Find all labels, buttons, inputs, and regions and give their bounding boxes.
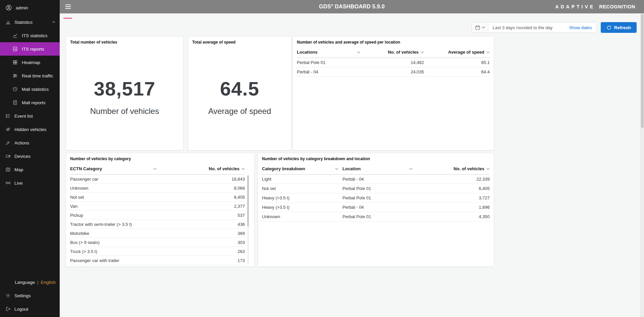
document-icon <box>12 100 18 105</box>
cell-location: Perbal Pole 01 <box>338 214 413 219</box>
language-selector[interactable]: Language | English <box>0 275 60 289</box>
cell-category: Motorbike <box>70 231 89 236</box>
table-header-row: Locations No. of vehicles Average of spe… <box>297 47 490 58</box>
refresh-button[interactable]: Refresh <box>601 22 637 33</box>
sidebar-item-label: Logout <box>14 307 28 312</box>
card-title: Number of vehicles and average of speed … <box>293 37 494 47</box>
column-header-category-breakdown[interactable]: Category breakdown <box>262 166 338 171</box>
column-header-average-speed[interactable]: Average of speed <box>424 50 490 55</box>
hamburger-menu-icon[interactable] <box>64 3 72 10</box>
sidebar-item-real-time-traffic[interactable]: Real time traffic <box>0 69 60 82</box>
calendar-icon <box>475 25 480 30</box>
list-icon <box>5 113 11 119</box>
gear-icon <box>5 293 11 298</box>
table-row: Tractor with semi-trailer (> 3.5 t)436 <box>70 220 245 229</box>
cell-category: Heavy (>3.5 t) <box>262 205 338 210</box>
cell-vehicles: 24,035 <box>360 69 424 74</box>
table-header-row: Category breakdown Location No. of vehic… <box>262 163 490 175</box>
language-separator: | <box>35 280 41 285</box>
table-row: Not set6,405 <box>70 193 245 202</box>
sidebar-item-mall-statistics[interactable]: Mall statistics <box>0 82 60 96</box>
broadcast-icon <box>5 180 11 186</box>
table-row: Pickup537 <box>70 211 245 220</box>
sidebar-item-label: Hidden vehicles <box>14 127 46 132</box>
sidebar: admin Statistics ITS statistics ITS repo… <box>0 0 60 317</box>
calendar-dropdown-button[interactable] <box>472 22 488 33</box>
main-content: Last 3 days rounded to the day Show date… <box>60 13 644 317</box>
sidebar-item-heatmap[interactable]: Heatmap <box>0 56 60 69</box>
sort-chevron-icon[interactable] <box>153 168 157 170</box>
cell-vehicles: 22,339 <box>413 177 490 182</box>
sidebar-item-logout[interactable]: Logout <box>0 302 60 316</box>
brand-recognition: RECOGNITION <box>599 4 635 9</box>
cell-category: Bus (> 9 seats) <box>70 240 100 245</box>
cell-vehicles: 4,350 <box>413 214 490 219</box>
card-average-speed: Total average of speed 64.5 Average of s… <box>188 36 291 150</box>
accent-progress-dash <box>63 18 72 19</box>
sidebar-item-devices[interactable]: Devices <box>0 149 60 163</box>
column-header-no-of-vehicles[interactable]: No. of vehicles <box>413 166 490 171</box>
sort-chevron-icon[interactable] <box>409 168 413 170</box>
sidebar-item-its-statistics[interactable]: ITS statistics <box>0 29 60 42</box>
card-title: Total number of vehicles <box>66 37 183 47</box>
cell-category: Van <box>70 204 77 209</box>
show-dates-link[interactable]: Show dates <box>565 25 596 30</box>
map-icon <box>5 167 11 172</box>
window-scrollbar <box>640 13 644 317</box>
sort-chevron-icon[interactable] <box>357 51 360 53</box>
sidebar-item-settings[interactable]: Settings <box>0 289 60 302</box>
column-header-location[interactable]: Location <box>338 166 413 171</box>
average-speed-label: Average of speed <box>208 107 271 116</box>
user-menu[interactable]: admin <box>0 0 60 15</box>
line-chart-icon <box>12 33 18 38</box>
chart-column-icon <box>5 19 11 25</box>
sort-chevron-icon[interactable] <box>335 168 338 170</box>
cell-category: Heavy (>3.5 t) <box>262 195 338 200</box>
sort-chevron-icon[interactable] <box>241 168 245 170</box>
table-row: Unknown Perbal Pole 01 4,350 <box>262 212 490 221</box>
card-total-vehicles: Total number of vehicles 38,517 Number o… <box>66 36 183 150</box>
sort-chevron-icon[interactable] <box>421 51 424 53</box>
column-header-ectn-category[interactable]: ECTN Category <box>70 166 157 171</box>
sidebar-item-hidden-vehicles[interactable]: Hidden vehicles <box>0 123 60 136</box>
card-by-category-location: Number of vehicles by category breakdown… <box>258 153 494 267</box>
cell-location: Perbál - 04 <box>338 177 413 182</box>
sidebar-item-live[interactable]: Live <box>0 176 60 190</box>
sidebar-item-label: Event list <box>14 114 33 119</box>
cell-location: Perbal Pole 01 <box>338 186 413 191</box>
sort-chevron-icon[interactable] <box>486 168 490 170</box>
table-row: Van2,377 <box>70 202 245 211</box>
column-header-no-of-vehicles[interactable]: No. of vehicles <box>360 50 424 55</box>
sidebar-item-mall-reports[interactable]: Mall reports <box>0 96 60 109</box>
camera-icon <box>5 153 11 159</box>
card-title: Number of vehicles by category breakdown… <box>258 153 494 163</box>
cell-vehicles: 2,377 <box>234 204 245 209</box>
date-range-control[interactable]: Last 3 days rounded to the day Show date… <box>472 22 597 33</box>
cell-category: Light <box>262 177 338 182</box>
per-location-table: Locations No. of vehicles Average of spe… <box>297 47 490 77</box>
language-label: Language <box>15 280 35 285</box>
sidebar-item-statistics[interactable]: Statistics <box>0 15 60 29</box>
brand-adaptive: ADAPTIVE <box>555 4 595 9</box>
sidebar-item-its-reports[interactable]: ITS reports <box>0 42 60 56</box>
sidebar-item-label: Settings <box>14 293 31 298</box>
date-range-display[interactable]: Last 3 days rounded to the day <box>488 25 565 30</box>
sidebar-item-actions[interactable]: Actions <box>0 136 60 149</box>
column-header-locations[interactable]: Locations <box>297 50 360 55</box>
sidebar-item-label: Heatmap <box>22 60 40 65</box>
card-title: Total average of speed <box>188 37 291 47</box>
table-row: Heavy (>3.5 t) Perbál - 04 1,696 <box>262 203 490 212</box>
cell-location: Perbal Pole 01 <box>338 195 413 200</box>
scrollbar-thumb[interactable] <box>247 175 249 227</box>
sidebar-item-event-list[interactable]: Event list <box>0 109 60 123</box>
brand-logo: ADAPTIVE RECOGNITION <box>555 4 635 9</box>
cell-vehicles: 436 <box>237 222 245 227</box>
scrollbar-thumb[interactable] <box>641 14 644 128</box>
column-header-no-of-vehicles[interactable]: No. of vehicles <box>209 166 245 171</box>
sidebar-item-label: Map <box>14 167 23 172</box>
table-row: Heavy (>3.5 t) Perbal Pole 01 3,727 <box>262 193 490 203</box>
sort-chevron-icon[interactable] <box>486 51 490 53</box>
sidebar-item-map[interactable]: Map <box>0 163 60 176</box>
language-value[interactable]: English <box>41 280 56 285</box>
sidebar-item-label: ITS reports <box>22 47 44 52</box>
